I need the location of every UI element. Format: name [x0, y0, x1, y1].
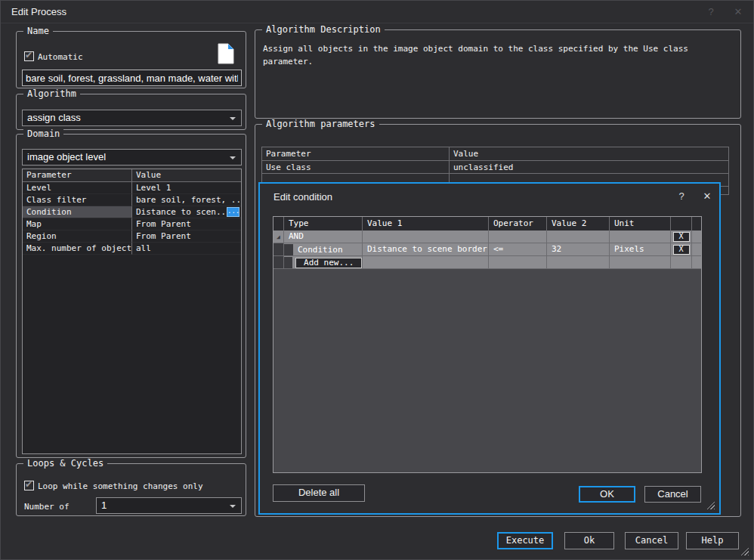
tree-column-header — [273, 217, 284, 230]
and-group-row[interactable]: ◢ AND X — [273, 230, 701, 243]
tree-cell[interactable]: ◢ — [273, 230, 284, 243]
value-cell[interactable]: From Parent — [132, 218, 241, 230]
delete-row-button[interactable]: X — [673, 232, 690, 242]
table-row[interactable]: Map From Parent — [23, 218, 241, 230]
resize-grip[interactable] — [739, 546, 749, 555]
value1-cell[interactable]: Distance to scene border — [363, 243, 489, 256]
unit-cell[interactable] — [610, 230, 671, 243]
column-header[interactable]: Operator — [489, 217, 547, 230]
chevron-down-icon — [230, 156, 236, 159]
unit-cell[interactable]: Pixels — [610, 243, 671, 256]
operator-cell — [489, 256, 547, 269]
help-icon[interactable]: ? — [675, 190, 688, 202]
param-cell[interactable]: Use class — [262, 161, 450, 174]
column-header-delete — [671, 217, 692, 230]
type-cell[interactable]: Condition — [284, 243, 363, 256]
ok-button[interactable]: Ok — [564, 532, 614, 549]
chevron-down-icon — [230, 117, 236, 120]
algorithm-group: Algorithm assign class — [16, 94, 246, 130]
param-cell[interactable]: Class filter — [23, 194, 132, 206]
close-icon[interactable]: ✕ — [731, 6, 746, 17]
tree-expander-icon[interactable]: ◢ — [277, 234, 280, 240]
column-header[interactable]: Value 1 — [363, 217, 489, 230]
type-cell[interactable]: AND — [284, 230, 363, 243]
algorithm-description-text: Assign all objects in the image object d… — [263, 42, 734, 68]
edit-condition-title: Edit condition — [273, 191, 332, 203]
loops-cycles-group: Loops & Cycles ✔ Loop while something ch… — [16, 463, 246, 516]
ok-button[interactable]: OK — [579, 486, 635, 503]
spacer-cell — [692, 256, 701, 269]
column-header[interactable]: Parameter — [23, 169, 132, 182]
browse-ellipsis-button[interactable]: ... — [227, 207, 239, 217]
loop-while-label: Loop while something changes only — [38, 481, 203, 491]
column-header[interactable]: Parameter — [262, 147, 450, 161]
table-row[interactable]: Level Level 1 — [23, 182, 241, 194]
close-icon[interactable]: ✕ — [700, 190, 714, 202]
operator-cell[interactable]: <= — [489, 243, 547, 256]
delete-row-button[interactable]: X — [673, 245, 690, 255]
param-cell[interactable]: Map — [23, 218, 132, 230]
condition-value-text: Distance to scen... — [136, 207, 231, 217]
table-row[interactable]: Max. number of objects all — [23, 243, 241, 255]
value2-cell[interactable]: 32 — [547, 243, 610, 256]
tree-indent — [284, 244, 293, 255]
column-header[interactable]: Unit — [610, 217, 671, 230]
column-header[interactable]: Value — [450, 147, 728, 161]
value-cell[interactable]: bare soil, forest, ... — [132, 194, 241, 206]
algorithm-dropdown[interactable]: assign class — [22, 110, 242, 126]
titlebar[interactable]: Edit Process ? ✕ — [1, 1, 753, 23]
value2-cell — [547, 256, 610, 269]
tree-cell — [273, 243, 284, 256]
help-button[interactable]: Help — [686, 532, 739, 549]
execute-button[interactable]: Execute — [497, 532, 553, 549]
table-row[interactable]: Class filter bare soil, forest, ... — [23, 194, 241, 206]
column-header[interactable]: Value — [132, 169, 241, 182]
cancel-button[interactable]: Cancel — [644, 486, 701, 503]
value2-cell[interactable] — [547, 230, 610, 243]
domain-group-label: Domain — [23, 128, 63, 139]
value-cell[interactable]: unclassified — [450, 161, 728, 174]
column-header[interactable]: Type — [284, 217, 363, 230]
column-header[interactable]: Value 2 — [547, 217, 610, 230]
number-of-dropdown[interactable]: 1 — [96, 497, 242, 514]
unit-cell — [610, 256, 671, 269]
loop-while-checkbox[interactable]: ✔ — [24, 481, 34, 490]
delete-all-button[interactable]: Delete all — [273, 484, 365, 502]
chevron-down-icon — [230, 505, 236, 508]
table-header-row: Parameter Value — [23, 169, 241, 182]
table-row-condition-selected[interactable]: Condition Distance to scen... ... — [23, 206, 241, 218]
process-name-input[interactable] — [22, 70, 242, 86]
check-icon: ✔ — [25, 50, 32, 60]
value1-cell[interactable] — [363, 230, 489, 243]
value-cell[interactable]: Distance to scen... ... — [132, 206, 241, 218]
param-cell[interactable]: Region — [23, 230, 132, 243]
param-cell[interactable]: Condition — [23, 206, 132, 218]
column-header-spacer — [692, 217, 701, 230]
param-cell[interactable]: Level — [23, 182, 132, 194]
window-title: Edit Process — [11, 6, 66, 17]
param-cell[interactable]: Max. number of objects — [23, 243, 132, 255]
table-row[interactable]: Region From Parent — [23, 230, 241, 243]
add-new-button[interactable]: Add new... — [295, 258, 362, 268]
automatic-checkbox[interactable]: ✔ — [24, 51, 34, 61]
domain-dropdown[interactable]: image object level — [22, 149, 242, 166]
operator-cell[interactable] — [489, 230, 547, 243]
add-new-row: Add new... — [273, 256, 701, 269]
help-icon[interactable]: ? — [703, 6, 718, 17]
value-cell[interactable]: all — [132, 243, 241, 255]
new-document-icon[interactable] — [218, 43, 234, 64]
name-group-label: Name — [23, 26, 53, 36]
table-header-row: Type Value 1 Operator Value 2 Unit — [273, 217, 701, 230]
value-cell[interactable]: Level 1 — [132, 182, 241, 194]
number-of-label: Number of — [24, 502, 70, 512]
check-icon: ✔ — [25, 479, 32, 490]
domain-dropdown-value: image object level — [27, 151, 106, 162]
name-group: Name ✔ Automatic — [16, 31, 246, 88]
number-of-value: 1 — [101, 500, 107, 511]
description-group-label: Algorithm Description — [262, 24, 385, 35]
table-row[interactable]: Use class unclassified — [262, 161, 728, 174]
condition-row[interactable]: Condition Distance to scene border <= 32… — [273, 243, 701, 256]
cancel-button[interactable]: Cancel — [625, 532, 678, 549]
value-cell[interactable]: From Parent — [132, 230, 241, 243]
resize-grip[interactable] — [705, 500, 715, 509]
